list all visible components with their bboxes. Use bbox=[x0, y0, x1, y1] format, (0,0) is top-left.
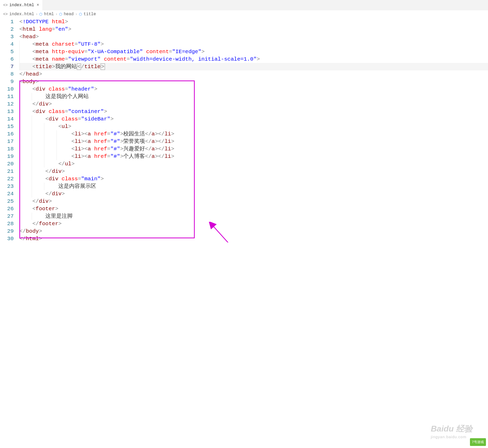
line-number: 21 bbox=[0, 168, 14, 175]
line-number: 26 bbox=[0, 205, 14, 213]
line-number: 18 bbox=[0, 145, 14, 153]
code-editor[interactable]: 1 2 3 4 5 6 7 8 9 10 11 12 13 14 15 16 1… bbox=[0, 18, 488, 242]
code-line[interactable]: <meta name="viewport" content="width=dev… bbox=[19, 55, 488, 63]
line-number: 22 bbox=[0, 175, 14, 183]
breadcrumb[interactable]: <> index.html › ⬡ html › ⬡ head › ⬡ titl… bbox=[0, 10, 488, 18]
line-number: 23 bbox=[0, 183, 14, 190]
file-code-icon: <> bbox=[3, 3, 8, 7]
code-line[interactable]: </div> bbox=[19, 100, 488, 108]
code-line[interactable]: 这是内容展示区 bbox=[19, 183, 488, 190]
cube-icon: ⬡ bbox=[39, 12, 42, 17]
line-number: 27 bbox=[0, 213, 14, 220]
line-number-gutter: 1 2 3 4 5 6 7 8 9 10 11 12 13 14 15 16 1… bbox=[0, 18, 19, 242]
breadcrumb-item[interactable]: title bbox=[84, 12, 96, 17]
line-number: 29 bbox=[0, 227, 14, 235]
breadcrumb-item[interactable]: index.html bbox=[9, 12, 34, 17]
code-line[interactable]: <div class="container"> bbox=[19, 108, 488, 115]
code-line[interactable]: 这里是注脚 bbox=[19, 213, 488, 220]
code-line[interactable]: <html lang="en"> bbox=[19, 26, 488, 33]
code-line[interactable]: 这是我的个人网站 bbox=[19, 93, 488, 100]
line-number: 7 bbox=[0, 63, 14, 70]
code-line[interactable]: <meta charset="UTF-8"> bbox=[19, 40, 488, 48]
code-line[interactable]: <div class="header"> bbox=[19, 85, 488, 93]
file-code-icon: <> bbox=[3, 12, 8, 17]
code-line[interactable]: </footer> bbox=[19, 220, 488, 227]
tab-label: index.html bbox=[9, 3, 34, 7]
code-line[interactable]: <div class="main"> bbox=[19, 175, 488, 183]
code-line[interactable]: <body> bbox=[19, 78, 488, 85]
line-number: 14 bbox=[0, 115, 14, 123]
code-line[interactable]: <footer> bbox=[19, 205, 488, 213]
code-line[interactable]: <div class="sideBar"> bbox=[19, 115, 488, 123]
code-line[interactable]: <li><a href="#">荣誉奖项</a></li> bbox=[19, 138, 488, 145]
line-number: 24 bbox=[0, 190, 14, 198]
line-number: 17 bbox=[0, 138, 14, 145]
code-line[interactable]: <ul> bbox=[19, 123, 488, 130]
chevron-right-icon: › bbox=[55, 12, 58, 16]
line-number: 1 bbox=[0, 18, 14, 26]
line-number: 16 bbox=[0, 130, 14, 138]
code-line[interactable]: </body> bbox=[19, 227, 488, 235]
tab-index-html[interactable]: <> index.html × bbox=[0, 0, 42, 10]
code-line[interactable]: <li><a href="#">兴趣爱好</a></li> bbox=[19, 145, 488, 153]
line-number: 4 bbox=[0, 40, 14, 48]
line-number: 9 bbox=[0, 78, 14, 85]
code-content[interactable]: <!DOCTYPE html> <html lang="en"> <head> … bbox=[19, 18, 488, 242]
line-number: 20 bbox=[0, 160, 14, 168]
line-number: 13 bbox=[0, 108, 14, 115]
code-line[interactable]: </div> bbox=[19, 190, 488, 198]
chevron-right-icon: › bbox=[75, 12, 77, 16]
line-number: 2 bbox=[0, 26, 14, 33]
line-number: 10 bbox=[0, 85, 14, 93]
close-icon[interactable]: × bbox=[37, 3, 39, 7]
line-number: 25 bbox=[0, 198, 14, 205]
code-line[interactable]: <meta http-equiv="X-UA-Compatible" conte… bbox=[19, 48, 488, 55]
breadcrumb-item[interactable]: html bbox=[44, 12, 54, 17]
line-number: 15 bbox=[0, 123, 14, 130]
code-line[interactable]: <head> bbox=[19, 33, 488, 40]
line-number: 8 bbox=[0, 70, 14, 78]
code-line[interactable]: <!DOCTYPE html> bbox=[19, 18, 488, 26]
line-number: 3 bbox=[0, 33, 14, 40]
line-number: 11 bbox=[0, 93, 14, 100]
code-line[interactable]: </html> bbox=[19, 235, 488, 242]
line-number: 6 bbox=[0, 55, 14, 63]
code-line[interactable]: </div> bbox=[19, 168, 488, 175]
cube-icon: ⬡ bbox=[79, 12, 82, 17]
breadcrumb-item[interactable]: head bbox=[64, 12, 74, 17]
tab-bar: <> index.html × bbox=[0, 0, 488, 10]
line-number: 28 bbox=[0, 220, 14, 227]
code-line[interactable]: </ul> bbox=[19, 160, 488, 168]
line-number: 12 bbox=[0, 100, 14, 108]
line-number: 5 bbox=[0, 48, 14, 55]
line-number: 19 bbox=[0, 153, 14, 160]
chevron-right-icon: › bbox=[36, 12, 38, 16]
code-line[interactable]: <li><a href="#">个人博客</a></li> bbox=[19, 153, 488, 160]
cube-icon: ⬡ bbox=[59, 12, 62, 17]
code-line[interactable]: <title>我的网站</title> bbox=[19, 63, 488, 70]
line-number: 30 bbox=[0, 235, 14, 242]
code-line[interactable]: </head> bbox=[19, 70, 488, 78]
code-line[interactable]: </div> bbox=[19, 198, 488, 205]
code-line[interactable]: <li><a href="#">校园生活</a></li> bbox=[19, 130, 488, 138]
